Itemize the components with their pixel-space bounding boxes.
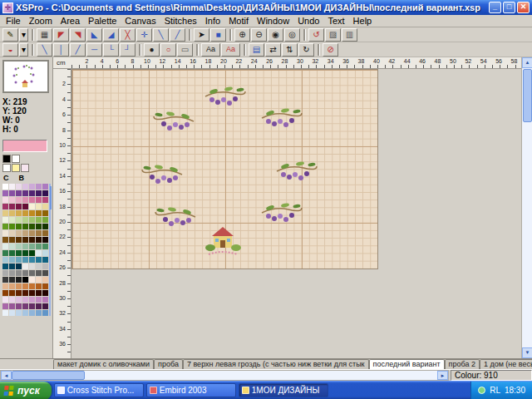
palette-swatch[interactable] — [36, 270, 42, 276]
palette-swatch[interactable] — [9, 297, 15, 303]
menu-item-motif[interactable]: Motif — [224, 16, 253, 26]
backstitch-back-tool[interactable]: ╲ — [153, 28, 169, 42]
full-stitch-tool[interactable]: ▦ — [37, 28, 52, 42]
zoom-in-tool[interactable]: ⊕ — [234, 28, 250, 42]
palette-swatch[interactable] — [9, 283, 15, 289]
palette-swatch[interactable] — [22, 224, 28, 229]
palette-swatch[interactable] — [16, 290, 22, 296]
backstitch-diag-down-tool[interactable]: ╲ — [37, 43, 52, 57]
palette-swatch[interactable] — [9, 250, 15, 256]
palette-swatch[interactable] — [42, 237, 48, 243]
palette-swatch[interactable] — [29, 283, 35, 289]
quick-color-swatch[interactable] — [21, 164, 29, 172]
palette-swatch[interactable] — [36, 257, 42, 263]
palette-swatch[interactable] — [36, 204, 42, 209]
palette-scrollbar[interactable] — [49, 184, 51, 316]
start-button[interactable]: пуск — [0, 382, 52, 399]
palette-swatch[interactable] — [16, 197, 22, 203]
palette-swatch[interactable] — [16, 297, 22, 303]
backstitch-corner2-tool[interactable]: ┘ — [120, 43, 135, 57]
eraser-tool[interactable]: ▭ — [177, 43, 193, 57]
palette-swatch[interactable] — [9, 257, 15, 263]
palette-swatch[interactable] — [16, 230, 22, 236]
palette-swatch[interactable] — [22, 244, 28, 249]
pattern-tab[interactable]: проба — [154, 359, 183, 369]
palette-swatch[interactable] — [2, 270, 8, 276]
palette-swatch[interactable] — [36, 237, 42, 243]
palette-swatch[interactable] — [29, 204, 35, 209]
h-scroll-thumb[interactable] — [12, 371, 85, 380]
palette-swatch[interactable] — [2, 310, 8, 316]
backstitch-horizontal-tool[interactable]: ─ — [86, 43, 102, 57]
pattern-tab[interactable]: проба 2 — [445, 359, 480, 369]
palette-swatch[interactable] — [22, 257, 28, 263]
tray-icon[interactable] — [478, 387, 485, 394]
horizontal-scrollbar[interactable]: ◄ ► — [0, 370, 449, 381]
palette-swatch[interactable] — [36, 190, 42, 196]
palette-swatch[interactable] — [9, 197, 15, 203]
menu-item-text[interactable]: Text — [323, 16, 348, 26]
palette-swatch[interactable] — [36, 244, 42, 249]
palette-swatch[interactable] — [16, 244, 22, 249]
palette-swatch[interactable] — [2, 224, 8, 229]
palette-swatch[interactable] — [42, 230, 48, 236]
palette-swatch[interactable] — [29, 297, 35, 303]
palette-swatch[interactable] — [9, 230, 15, 236]
palette-swatch[interactable] — [16, 270, 22, 276]
text-color-tool[interactable]: Aa — [221, 43, 240, 57]
palette-swatch[interactable] — [22, 277, 28, 283]
quarter-stitch-br-tool[interactable]: ◢ — [103, 28, 119, 42]
palette-swatch[interactable] — [22, 297, 28, 303]
palette-swatch[interactable] — [42, 184, 48, 190]
palette-swatch[interactable] — [29, 210, 35, 216]
zoom-actual-tool[interactable]: ◉ — [268, 28, 283, 42]
palette-swatch[interactable] — [22, 230, 28, 236]
menu-item-canvas[interactable]: Canvas — [121, 16, 160, 26]
menu-item-stitches[interactable]: Stitches — [160, 16, 201, 26]
palette-swatch[interactable] — [16, 184, 22, 190]
palette-swatch[interactable] — [22, 190, 28, 196]
palette-swatch[interactable] — [42, 297, 48, 303]
palette-swatch[interactable] — [42, 270, 48, 276]
palette-swatch[interactable] — [42, 310, 48, 316]
backstitch-corner-tool[interactable]: └ — [103, 43, 119, 57]
palette-swatch[interactable] — [42, 277, 48, 283]
palette-swatch[interactable] — [2, 283, 8, 289]
minimize-button[interactable]: _ — [489, 2, 501, 13]
palette-swatch[interactable] — [22, 250, 28, 256]
palette-swatch[interactable] — [2, 277, 8, 283]
palette-swatch[interactable] — [22, 290, 28, 296]
pattern-tab[interactable]: 7 верхн левая гроздь (с частью ниж ветки… — [183, 359, 369, 369]
palette-swatch[interactable] — [9, 190, 15, 196]
palette-swatch[interactable] — [42, 217, 48, 223]
palette-swatch[interactable] — [2, 197, 8, 203]
palette-swatch[interactable] — [2, 237, 8, 243]
palette-swatch[interactable] — [22, 303, 28, 309]
palette-swatch[interactable] — [29, 230, 35, 236]
palette-swatch[interactable] — [42, 283, 48, 289]
select-arrow-tool[interactable]: ➤ — [194, 28, 209, 42]
v-scroll-track[interactable] — [522, 122, 532, 347]
menu-item-file[interactable]: File — [2, 16, 25, 26]
v-scroll-thumb[interactable] — [523, 69, 532, 122]
maximize-button[interactable]: □ — [503, 2, 515, 13]
pattern-tab[interactable]: 1 дом (не весь для стыковки) — [480, 359, 532, 369]
palette-swatch[interactable] — [9, 237, 15, 243]
palette-swatch[interactable] — [29, 277, 35, 283]
h-scroll-track[interactable] — [85, 371, 437, 380]
rotate-tool[interactable]: ↻ — [298, 43, 314, 57]
pencil-tool[interactable]: ✎ — [2, 28, 18, 42]
quick-color-swatch[interactable] — [2, 164, 11, 172]
palette-swatch[interactable] — [42, 224, 48, 229]
quick-color-swatch[interactable] — [12, 164, 20, 172]
palette-swatch[interactable] — [36, 277, 42, 283]
palette-swatch[interactable] — [2, 297, 8, 303]
palette-swatch[interactable] — [2, 217, 8, 223]
zoom-area-tool[interactable]: ◎ — [284, 28, 300, 42]
palette-swatch[interactable] — [42, 264, 48, 269]
palette-swatch[interactable] — [42, 250, 48, 256]
bead-tool[interactable]: ○ — [160, 43, 176, 57]
mirror-vertical-tool[interactable]: ⇅ — [282, 43, 298, 57]
palette-swatch[interactable] — [22, 310, 28, 316]
palette-swatch[interactable] — [42, 290, 48, 296]
